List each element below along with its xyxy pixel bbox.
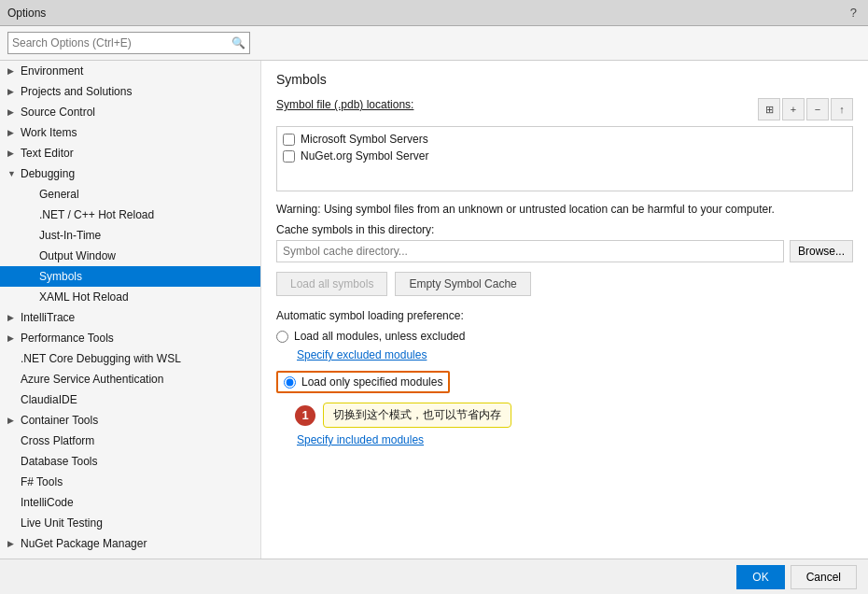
specify-included-link[interactable]: Specify included modules <box>276 433 853 446</box>
nuget-symbol-server-item: NuGet.org Symbol Server <box>283 149 847 163</box>
ok-button[interactable]: OK <box>736 565 784 589</box>
sidebar-item-f-sharp-tools[interactable]: F# Tools <box>0 472 260 492</box>
chevron-right-icon: ▶ <box>7 87 21 96</box>
chevron-right-icon: ▶ <box>7 313 21 322</box>
sidebar-item-label: IntelliTrace <box>21 311 75 324</box>
search-bar: 🔍 <box>0 26 868 61</box>
sidebar-item-label: .NET / C++ Hot Reload <box>39 208 154 221</box>
sidebar-item-azure-service-auth[interactable]: Azure Service Authentication <box>0 369 260 389</box>
chevron-right-icon: ▶ <box>7 539 21 548</box>
sidebar-item-label: Text Editor <box>21 147 74 160</box>
sidebar-item-label: Environment <box>21 64 83 78</box>
bottom-bar: OK Cancel <box>0 559 868 594</box>
add-button[interactable]: + <box>782 98 805 120</box>
sidebar-item-general[interactable]: General <box>0 184 260 205</box>
sidebar-item-symbols[interactable]: Symbols <box>0 266 260 287</box>
chevron-right-icon: ▶ <box>7 333 21 343</box>
chevron-down-icon: ▼ <box>7 169 21 178</box>
sidebar-item-label: Azure Service Authentication <box>21 373 163 386</box>
move-up-button[interactable]: ↑ <box>831 98 853 120</box>
sidebar-item-claudia-ide[interactable]: ClaudiaIDE <box>0 389 260 410</box>
sidebar-item-net-core-wsl[interactable]: .NET Core Debugging with WSL <box>0 348 260 369</box>
sidebar-item-source-control[interactable]: ▶ Source Control <box>0 102 260 122</box>
cache-dir-label-text: Cache symbols in this directory: <box>276 223 434 236</box>
sidebar-item-intellicode[interactable]: IntelliCode <box>0 492 260 513</box>
sidebar-item-just-in-time[interactable]: Just-In-Time <box>0 225 260 246</box>
symbol-locations-box: Microsoft Symbol Servers NuGet.org Symbo… <box>276 126 853 191</box>
sidebar-item-work-items[interactable]: ▶ Work Items <box>0 122 260 143</box>
title-bar: Options ? <box>0 0 868 26</box>
sidebar-item-label: Projects and Solutions <box>21 85 132 98</box>
sidebar-item-container-tools[interactable]: ▶ Container Tools <box>0 410 260 431</box>
selected-radio-box: Load only specified modules <box>276 371 450 393</box>
main-content: ▶ Environment ▶ Projects and Solutions ▶… <box>0 61 868 559</box>
sidebar-item-label: Output Window <box>39 249 116 262</box>
sidebar-item-live-unit-testing[interactable]: Live Unit Testing <box>0 513 260 533</box>
nuget-symbol-server-checkbox[interactable] <box>283 150 295 163</box>
symbol-locations-label: Symbol file (.pdb) locations: <box>276 98 413 111</box>
sidebar-item-projects-solutions[interactable]: ▶ Projects and Solutions <box>0 81 260 102</box>
sidebar-item-label: General <box>39 188 79 201</box>
help-button[interactable]: ? <box>847 6 861 20</box>
specify-excluded-link[interactable]: Specify excluded modules <box>276 348 853 361</box>
microsoft-symbol-servers-label: Microsoft Symbol Servers <box>301 133 428 146</box>
grid-view-button[interactable]: ⊞ <box>758 98 780 120</box>
sidebar-item-xaml-hot-reload[interactable]: XAML Hot Reload <box>0 287 260 307</box>
sidebar-item-database-tools[interactable]: Database Tools <box>0 451 260 472</box>
cache-dir-label: Cache symbols in this directory: <box>276 223 853 236</box>
load-all-symbols-button[interactable]: Load all symbols <box>276 272 387 296</box>
search-wrapper[interactable]: 🔍 <box>7 32 250 54</box>
right-panel: Symbols Symbol file (.pdb) locations: ⊞ … <box>261 61 868 559</box>
load-all-radio[interactable] <box>276 331 288 343</box>
search-icon: 🔍 <box>231 36 245 50</box>
sidebar-item-label: Cross Platform <box>21 434 94 447</box>
sidebar-item-output-window[interactable]: Output Window <box>0 246 260 266</box>
radio-load-only-item: Load only specified modules <box>276 371 853 393</box>
sidebar-item-label: Source Control <box>21 106 95 119</box>
warning-text: Warning: Using symbol files from an unkn… <box>276 201 853 218</box>
dialog-body: 🔍 ▶ Environment ▶ Projects and Solutions… <box>0 26 868 594</box>
sidebar-item-text-editor[interactable]: ▶ Text Editor <box>0 143 260 163</box>
sidebar-item-intellitrace[interactable]: ▶ IntelliTrace <box>0 307 260 328</box>
chevron-right-icon: ▶ <box>7 416 21 425</box>
sidebar-item-label: NuGet Package Manager <box>21 537 147 550</box>
microsoft-symbol-servers-checkbox[interactable] <box>283 134 295 146</box>
sidebar-item-environment[interactable]: ▶ Environment <box>0 61 260 81</box>
sidebar-item-label: Work Items <box>21 126 77 139</box>
sidebar-item-label: Just-In-Time <box>39 229 101 242</box>
search-input[interactable] <box>12 36 231 50</box>
sidebar-item-label: Debugging <box>21 167 75 180</box>
cancel-button[interactable]: Cancel <box>791 565 857 589</box>
sidebar-item-label: Performance Tools <box>21 332 114 345</box>
sidebar-item-performance-tools[interactable]: ▶ Performance Tools <box>0 328 260 348</box>
sidebar-item-label: Container Tools <box>21 414 98 427</box>
chevron-right-icon: ▶ <box>7 128 21 137</box>
dialog-title: Options <box>7 7 847 20</box>
radio-group: Load all modules, unless excluded Specif… <box>276 330 853 452</box>
action-row: Load all symbols Empty Symbol Cache <box>276 272 853 296</box>
tooltip-bubble: 1 切换到这个模式，也可以节省内存 <box>295 403 853 428</box>
sidebar-item-cross-platform[interactable]: Cross Platform <box>0 431 260 451</box>
load-only-radio[interactable] <box>284 376 296 389</box>
sidebar-item-label: Live Unit Testing <box>21 516 103 530</box>
toolbar-area: ⊞ + − ↑ <box>758 98 853 120</box>
cache-dir-input[interactable] <box>276 240 784 262</box>
empty-symbol-cache-button[interactable]: Empty Symbol Cache <box>395 272 530 296</box>
sidebar: ▶ Environment ▶ Projects and Solutions ▶… <box>0 61 261 559</box>
chevron-right-icon: ▶ <box>7 66 21 76</box>
browse-button[interactable]: Browse... <box>790 240 853 262</box>
cache-row: Browse... <box>276 240 853 262</box>
chevron-right-icon: ▶ <box>7 148 21 158</box>
tooltip-number: 1 <box>295 405 315 426</box>
sidebar-item-nuget-package-manager[interactable]: ▶ NuGet Package Manager <box>0 533 260 554</box>
sidebar-item-label: IntelliCode <box>21 496 74 509</box>
sidebar-item-label: XAML Hot Reload <box>39 290 129 304</box>
sidebar-item-label: Database Tools <box>21 455 98 468</box>
sidebar-item-label: ClaudiaIDE <box>21 393 77 406</box>
sidebar-item-debugging[interactable]: ▼ Debugging <box>0 163 260 184</box>
nuget-symbol-server-label: NuGet.org Symbol Server <box>301 149 428 163</box>
sidebar-item-net-cpp-hot-reload[interactable]: .NET / C++ Hot Reload <box>0 205 260 225</box>
remove-button[interactable]: − <box>806 98 829 120</box>
sidebar-item-label: Symbols <box>39 270 82 283</box>
load-all-label: Load all modules, unless excluded <box>294 330 465 343</box>
